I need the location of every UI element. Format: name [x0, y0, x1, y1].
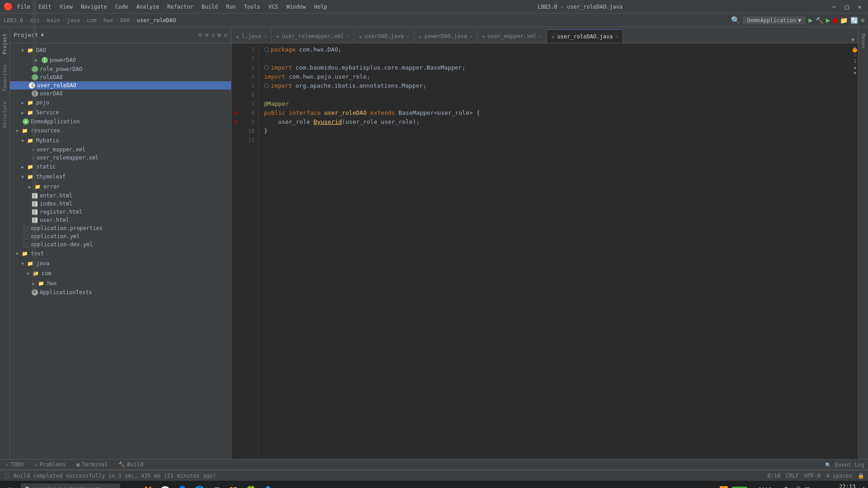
scroll-up-icon[interactable]: ▲	[854, 45, 856, 50]
fold-icon-3[interactable]: ⬡	[264, 63, 269, 72]
left-tab-favorites[interactable]: Favorites	[0, 60, 9, 96]
tab-close-powerdao[interactable]: ✕	[470, 34, 472, 39]
tree-item-enterhtml[interactable]: ⬜ enter.html	[10, 192, 231, 200]
taskbar-app-safari[interactable]: 🌐	[193, 483, 206, 488]
tree-item-powerdao[interactable]: ☘ I powerDAO	[10, 55, 231, 65]
cursor-position[interactable]: 8:18	[767, 473, 780, 479]
line-ending[interactable]: CRLF	[786, 473, 799, 479]
tree-item-com[interactable]: ▼ 📁 com	[10, 268, 231, 278]
tab-close-userdao[interactable]: ✕	[406, 34, 409, 39]
menu-tools[interactable]: Tools	[241, 3, 264, 11]
settings-icon[interactable]: ⚙	[861, 17, 864, 23]
taskview-button[interactable]: ⊙	[124, 483, 137, 488]
menu-window[interactable]: Window	[283, 3, 309, 11]
locate-icon[interactable]: ⊙	[199, 32, 203, 38]
right-scrollbar[interactable]: ▲ ✓ 1 ▲ ▼	[852, 43, 858, 459]
language-indicator[interactable]: 英	[805, 486, 810, 488]
run2-button[interactable]: ▶	[826, 16, 830, 24]
build-button[interactable]: 🔨	[816, 17, 823, 24]
tree-item-usermapper[interactable]: ✦ user_mapper.xml	[10, 145, 231, 154]
menu-code[interactable]: Code	[112, 3, 132, 11]
breadcrumb-root[interactable]: LBB3.0	[4, 17, 23, 23]
tree-item-service[interactable]: ▶ 📁 Service	[10, 108, 231, 117]
stop-button[interactable]: ■	[833, 16, 838, 24]
menu-navigate[interactable]: Navigate	[77, 3, 111, 11]
tab-usermapper[interactable]: ✦ user_mapper.xml ✕	[477, 29, 547, 43]
tree-item-hwx[interactable]: ▶ 📁 hwx	[10, 278, 231, 288]
tree-item-demoapplication[interactable]: ☘ DemoApplication	[10, 117, 231, 126]
minimize-button[interactable]: ─	[830, 2, 839, 11]
tab-close-userrolemapper[interactable]: ✕	[347, 34, 349, 39]
right-tab-maven[interactable]: Maven	[859, 29, 868, 53]
tree-item-registerhtml[interactable]: ⬜ register.html	[10, 208, 231, 216]
tree-item-userhtml[interactable]: ⬜ user.html	[10, 216, 231, 224]
close-button[interactable]: ✕	[855, 2, 864, 11]
encoding[interactable]: UTF-8	[804, 473, 821, 479]
search-bar[interactable]: 🔍 在这里输入你要搜索的内容	[21, 483, 120, 488]
tree-item-static[interactable]: ▶ 📁 static	[10, 162, 231, 172]
tab-more-icon[interactable]: ▼	[851, 37, 854, 43]
taskbar-app-intellij[interactable]: 🖥	[210, 483, 223, 488]
tree-item-mybatis[interactable]: ▼ 📁 Mybatis	[10, 136, 231, 145]
tree-item-apptests[interactable]: T ApplicationTests	[10, 288, 231, 296]
taskbar-app-user[interactable]: 👤	[175, 483, 189, 488]
expand-icon[interactable]: ⇕	[212, 32, 215, 38]
tab-ljava[interactable]: ☕ l.java ✕	[231, 29, 272, 43]
open-folder-button[interactable]: 📁	[840, 17, 848, 24]
tab-powerdao[interactable]: ☕ powerDAO.java ✕	[414, 29, 477, 43]
bottom-tab-todo[interactable]: ✓ TODO	[0, 460, 29, 469]
settings-icon[interactable]: ⚙	[217, 32, 221, 38]
collapse-all-icon[interactable]: ≡	[205, 32, 209, 38]
menu-build[interactable]: Build	[198, 3, 222, 11]
tab-close-ljava[interactable]: ✕	[264, 34, 267, 39]
tab-userroledao[interactable]: ☕ user_roleDAO.java ✕	[547, 29, 623, 43]
taskbar-app-blue[interactable]: 🔷	[261, 483, 275, 488]
breadcrumb-dao[interactable]: DAO	[120, 17, 130, 23]
tree-item-appdevyml[interactable]: ⬛ application-dev.yml	[10, 240, 231, 249]
taskbar-app-wechat[interactable]: 💬	[158, 483, 172, 488]
bottom-tab-terminal[interactable]: ▣ Terminal	[71, 460, 113, 469]
menu-run[interactable]: Run	[222, 3, 240, 11]
menu-refactor[interactable]: Refactor	[164, 3, 197, 11]
menu-file[interactable]: File	[14, 3, 34, 11]
search-icon[interactable]: 🔍	[731, 16, 740, 24]
tab-userdao[interactable]: ☕ userDAO.java ✕	[354, 29, 414, 43]
scroll-up2-icon[interactable]: ▲	[854, 65, 856, 70]
tree-item-userdao[interactable]: I userDAO	[10, 89, 231, 98]
left-tab-structure[interactable]: Structure	[0, 97, 9, 133]
tree-item-rolepowerdao[interactable]: I role_powerDAO	[10, 65, 231, 73]
tree-item-appyml[interactable]: ⬛ application.yml	[10, 232, 231, 240]
tree-item-test[interactable]: ▼ 📁 test	[10, 249, 231, 258]
tree-item-java[interactable]: ▼ 📁 java	[10, 258, 231, 268]
tree-item-resources[interactable]: ▼ 📁 resources	[10, 126, 231, 136]
bottom-tab-problems[interactable]: ⚠ Problems	[29, 460, 71, 469]
menu-analyze[interactable]: Analyze	[132, 3, 163, 11]
fold-icon-1[interactable]: ⬡	[264, 45, 269, 54]
taskbar-app-green[interactable]: 🍀	[244, 483, 258, 488]
scroll-down-icon[interactable]: ▼	[854, 70, 856, 75]
sync-button[interactable]: 🔄	[850, 17, 858, 24]
tab-close-usermapper[interactable]: ✕	[539, 34, 542, 39]
tree-item-userrolemapper[interactable]: ✦ user_rolemapper.xml	[10, 154, 231, 162]
taskbar-icon-volume[interactable]: 🔊	[793, 486, 801, 488]
maximize-button[interactable]: □	[842, 2, 851, 11]
taskbar-app-files[interactable]: 📂	[227, 483, 241, 488]
tree-item-error[interactable]: ▶ 📁 error	[10, 182, 231, 192]
menu-vcs[interactable]: VCS	[265, 3, 282, 11]
tree-item-dao[interactable]: ▼ 📁 DAO	[10, 45, 231, 55]
run-config-selector[interactable]: DemoApplication ▼	[743, 16, 806, 24]
run-button[interactable]: ▶	[808, 16, 813, 24]
breadcrumb-hwx[interactable]: hwx	[104, 17, 113, 23]
tree-item-indexhtml[interactable]: ⬜ index.html	[10, 200, 231, 208]
tree-item-thymeleaf[interactable]: ▼ 📁 thymeleaf	[10, 172, 231, 182]
start-button[interactable]: ⊞	[4, 483, 17, 488]
tree-item-userroledao[interactable]: I user_roleDAO	[10, 81, 231, 89]
dropdown-icon[interactable]: ▼	[41, 33, 44, 38]
breadcrumb-java[interactable]: java	[67, 17, 80, 23]
code-content[interactable]: ⬡ package com.hwx.DAO; ⬡ import com.baom…	[259, 43, 852, 459]
tree-item-pojo[interactable]: ▶ 📁 pojo	[10, 98, 231, 108]
menu-view[interactable]: View	[56, 3, 76, 11]
tab-userrolemapper[interactable]: ✦ user_rolemapper.xml ✕	[272, 29, 354, 43]
indent-style[interactable]: 4 spaces	[826, 473, 852, 479]
close-sidebar-icon[interactable]: ✕	[224, 32, 227, 38]
